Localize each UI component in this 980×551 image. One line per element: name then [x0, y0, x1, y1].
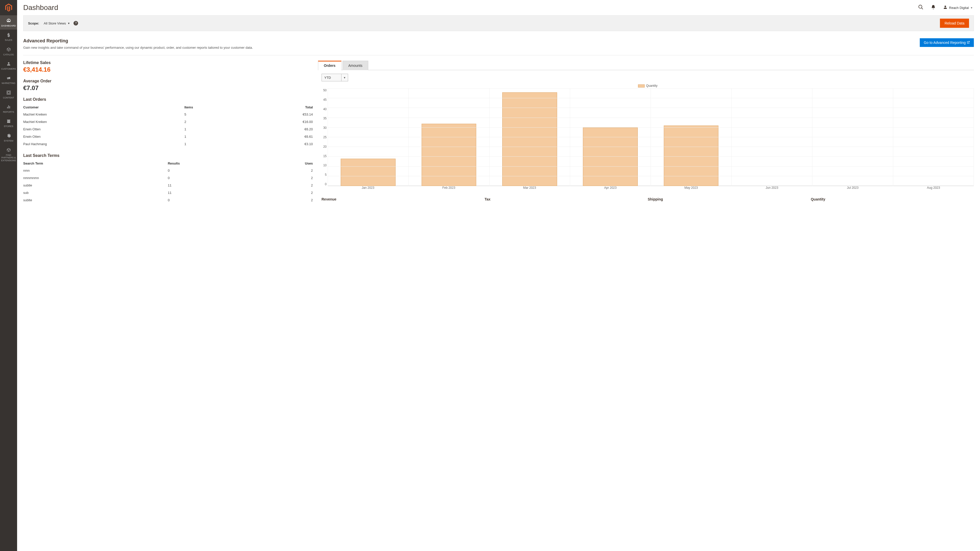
- nav-sales-label: SALES: [5, 39, 12, 41]
- stores-icon: [6, 118, 11, 124]
- date-range-select[interactable]: YTD ▼: [321, 74, 348, 81]
- nav-system-label: SYSTEM: [4, 140, 13, 142]
- bar[interactable]: [502, 92, 557, 186]
- x-tick: Feb 2023: [408, 186, 489, 191]
- catalog-icon: [6, 47, 11, 52]
- col-customer: Customer: [23, 104, 184, 111]
- magento-logo[interactable]: [0, 0, 17, 15]
- content-icon: [6, 90, 11, 95]
- col-uses: Uses: [255, 160, 313, 167]
- table-row[interactable]: sub112: [23, 189, 313, 197]
- user-icon: [943, 5, 948, 11]
- x-tick: Mar 2023: [489, 186, 570, 191]
- nav-catalog[interactable]: CATALOG: [0, 44, 17, 59]
- y-tick: 0: [325, 183, 327, 186]
- external-link-icon: [967, 41, 970, 44]
- svg-line-3: [921, 8, 923, 9]
- average-order-label: Average Order: [23, 79, 313, 83]
- last-orders-table: Customer Items Total Machiel Kreiken5€53…: [23, 104, 313, 148]
- x-tick: Apr 2023: [570, 186, 651, 191]
- table-row[interactable]: sublte02: [23, 197, 313, 204]
- col-results: Results: [168, 160, 255, 167]
- lifetime-sales-metric: Lifetime Sales €3,414.16: [23, 60, 313, 73]
- nav-sales[interactable]: SALES: [0, 30, 17, 44]
- x-tick: May 2023: [651, 186, 732, 191]
- x-tick: Jan 2023: [328, 186, 409, 191]
- notifications-icon[interactable]: [931, 5, 936, 11]
- y-tick: 30: [323, 126, 326, 130]
- nav-system[interactable]: SYSTEM: [0, 130, 17, 144]
- x-tick: Aug 2023: [893, 186, 974, 191]
- bar-column: [409, 89, 489, 186]
- bar-column: [732, 89, 812, 186]
- y-tick: 40: [323, 107, 326, 111]
- bar-column: [812, 89, 893, 186]
- advanced-reporting-section: Advanced Reporting Gain new insights and…: [23, 31, 974, 56]
- y-tick: 25: [323, 135, 326, 139]
- bar[interactable]: [341, 159, 395, 186]
- advanced-reporting-desc: Gain new insights and take command of yo…: [23, 46, 253, 49]
- nav-partners-label: FIND PARTNERS & EXTENSIONS: [0, 154, 17, 162]
- user-menu[interactable]: Reach Digital ▼: [943, 5, 973, 11]
- marketing-icon: [6, 75, 11, 81]
- y-axis: 50454035302520151050: [321, 89, 328, 191]
- table-row[interactable]: Machiel Kreiken2€16.00: [23, 118, 313, 125]
- scope-label: Scope:: [28, 21, 39, 25]
- y-tick: 15: [323, 154, 326, 158]
- svg-rect-0: [7, 91, 11, 94]
- y-tick: 45: [323, 98, 326, 102]
- x-tick: Jul 2023: [812, 186, 893, 191]
- last-orders-title: Last Orders: [23, 97, 313, 102]
- help-icon[interactable]: ?: [73, 21, 78, 25]
- search-icon[interactable]: [918, 4, 924, 11]
- table-row[interactable]: Erwin Otten1€6.61: [23, 133, 313, 140]
- last-orders-section: Last Orders Customer Items Total Machiel…: [23, 97, 313, 148]
- table-row[interactable]: nmnmnmn02: [23, 174, 313, 182]
- nav-marketing[interactable]: MARKETING: [0, 73, 17, 87]
- nav-content[interactable]: CONTENT: [0, 87, 17, 102]
- bar[interactable]: [583, 127, 638, 186]
- table-row[interactable]: Erwin Otten1€6.20: [23, 125, 313, 133]
- chevron-down-icon: ▼: [68, 22, 70, 25]
- user-name: Reach Digital: [949, 6, 969, 10]
- y-tick: 10: [323, 164, 326, 167]
- last-search-terms-section: Last Search Terms Search Term Results Us…: [23, 153, 313, 204]
- tab-orders[interactable]: Orders: [318, 61, 342, 70]
- nav-customers[interactable]: CUSTOMERS: [0, 59, 17, 73]
- nav-reports[interactable]: REPORTS: [0, 102, 17, 116]
- nav-dashboard[interactable]: DASHBOARD: [0, 15, 17, 30]
- total-revenue-label: Revenue: [321, 197, 485, 201]
- bar-column: [328, 89, 409, 186]
- chart-totals: Revenue Tax Shipping Quantity: [318, 197, 974, 201]
- nav-partners[interactable]: FIND PARTNERS & EXTENSIONS: [0, 144, 17, 164]
- nav-catalog-label: CATALOG: [3, 53, 14, 56]
- y-tick: 20: [323, 145, 326, 148]
- total-tax-label: Tax: [485, 197, 648, 201]
- table-row[interactable]: Machiel Kreiken5€53.14: [23, 111, 313, 118]
- go-to-advanced-reporting-button[interactable]: Go to Advanced Reporting: [920, 38, 974, 47]
- bar-column: [570, 89, 651, 186]
- table-row[interactable]: subtle112: [23, 182, 313, 189]
- admin-sidebar: DASHBOARD SALES CATALOG CUSTOMERS MARKET…: [0, 0, 17, 551]
- y-tick: 35: [323, 117, 326, 120]
- bar-column: [490, 89, 570, 186]
- scope-select[interactable]: All Store Views ▼: [44, 21, 70, 25]
- x-tick: Jun 2023: [732, 186, 812, 191]
- dashboard-icon: [6, 18, 11, 24]
- orders-chart: Quantity 50454035302520151050 Jan 2023Fe…: [318, 84, 974, 191]
- table-row[interactable]: nmn02: [23, 167, 313, 174]
- nav-stores[interactable]: STORES: [0, 116, 17, 130]
- col-items: Items: [184, 104, 243, 111]
- customers-icon: [6, 61, 11, 67]
- bar[interactable]: [422, 124, 476, 186]
- table-row[interactable]: Paul Hachmang1€3.10: [23, 140, 313, 148]
- tab-amounts[interactable]: Amounts: [342, 61, 368, 70]
- scope-bar: Scope: All Store Views ▼ ? Reload Data: [23, 15, 974, 31]
- nav-stores-label: STORES: [4, 125, 13, 127]
- nav-reports-label: REPORTS: [3, 111, 14, 113]
- chart-legend: Quantity: [321, 84, 974, 87]
- legend-label: Quantity: [646, 84, 658, 87]
- reload-data-button[interactable]: Reload Data: [940, 19, 969, 28]
- bar[interactable]: [664, 125, 718, 186]
- topbar: Dashboard Reach Digital ▼: [23, 0, 974, 15]
